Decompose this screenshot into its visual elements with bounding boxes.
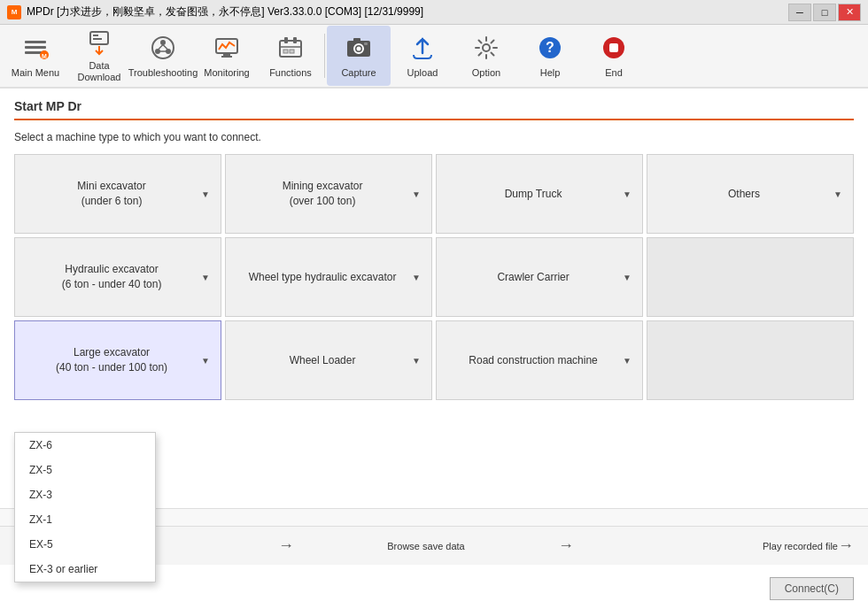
svg-rect-7 (93, 38, 102, 40)
machine-cell-large-excavator[interactable]: Large excavator(40 ton - under 100 ton) … (14, 320, 221, 400)
toolbar-data-download[interactable]: Data Download (67, 26, 131, 86)
svg-rect-1 (25, 46, 46, 49)
hydraulic-excavator-arrow: ▼ (201, 273, 210, 282)
machine-cell-mini-excavator[interactable]: Mini excavator(under 6 ton) ▼ (14, 154, 221, 234)
machine-cell-wheel-loader[interactable]: Wheel Loader ▼ (225, 320, 432, 400)
toolbar-functions[interactable]: Functions (259, 26, 322, 86)
workflow-play-recorded-label: Play recorded file (763, 541, 838, 551)
machine-cell-road-construction[interactable]: Road construction machine ▼ (436, 320, 643, 400)
window-title: MPDr [力求进步，刚毅坚卓，发奋图强，永不停息] Ver3.33.0.0 [… (27, 4, 423, 19)
wheel-loader-arrow: ▼ (412, 356, 421, 366)
svg-line-12 (159, 45, 163, 50)
svg-rect-23 (290, 50, 294, 53)
toolbar: M Main Menu Data Download (0, 25, 868, 89)
dropdown-item-zx1[interactable]: ZX-1 (15, 507, 155, 532)
main-menu-icon: M (19, 32, 51, 64)
dump-truck-arrow: ▼ (623, 189, 632, 199)
dropdown-item-zx6[interactable]: ZX-6 (15, 433, 155, 458)
toolbar-end[interactable]: End (582, 26, 646, 86)
machine-cell-hydraulic-excavator[interactable]: Hydraulic excavator(6 ton - under 40 ton… (14, 237, 221, 317)
toolbar-troubleshooting[interactable]: Troubleshooting (131, 26, 195, 86)
road-construction-label: Road construction machine (447, 353, 619, 368)
help-icon: ? (534, 32, 566, 64)
hydraulic-excavator-label: Hydraulic excavator(6 ton - under 40 ton… (26, 262, 198, 292)
svg-rect-27 (353, 38, 360, 42)
machine-cell-empty2 (647, 320, 854, 400)
option-icon (470, 32, 502, 64)
toolbar-main-menu[interactable]: M Main Menu (4, 26, 67, 86)
svg-rect-33 (609, 43, 618, 52)
monitoring-icon (211, 32, 243, 64)
toolbar-upload-label: Upload (407, 67, 438, 79)
machine-cell-wheel-type-hydraulic[interactable]: Wheel type hydraulic excavator ▼ (225, 237, 432, 317)
toolbar-troubleshooting-label: Troubleshooting (128, 67, 198, 79)
toolbar-capture[interactable]: Capture (327, 26, 391, 86)
road-construction-arrow: ▼ (623, 356, 632, 366)
svg-text:?: ? (546, 40, 554, 55)
toolbar-help[interactable]: ? Help (518, 26, 582, 86)
dropdown-item-ex3-earlier[interactable]: EX-3 or earlier (15, 557, 155, 582)
toolbar-monitoring[interactable]: Monitoring (195, 26, 259, 86)
svg-rect-0 (25, 41, 46, 43)
mining-excavator-label: Mining excavator(over 100 ton) (236, 179, 408, 209)
workflow-browse-save[interactable]: Browse save data (294, 541, 558, 551)
window-controls: ─ □ ✕ (788, 4, 861, 21)
toolbar-data-download-label: Data Download (71, 60, 128, 83)
large-excavator-label: Large excavator(40 ton - under 100 ton) (26, 345, 198, 375)
crawler-carrier-label: Crawler Carrier (447, 270, 619, 285)
svg-rect-28 (364, 42, 368, 45)
machine-cell-dump-truck[interactable]: Dump Truck ▼ (436, 154, 643, 234)
others-label: Others (658, 187, 830, 202)
toolbar-option-label: Option (472, 67, 500, 79)
data-download-icon (83, 28, 115, 57)
connect-button[interactable]: Connect(C) (770, 577, 854, 600)
others-arrow: ▼ (833, 189, 842, 199)
dump-truck-label: Dump Truck (447, 187, 619, 202)
svg-point-9 (160, 40, 166, 45)
toolbar-functions-label: Functions (269, 67, 312, 79)
instruction-text: Select a machine type to which you want … (14, 131, 854, 143)
machine-cell-empty1 (647, 237, 854, 317)
svg-rect-18 (280, 41, 301, 57)
toolbar-upload[interactable]: Upload (391, 26, 454, 86)
machine-cell-mining-excavator[interactable]: Mining excavator(over 100 ton) ▼ (225, 154, 432, 234)
wheel-loader-label: Wheel Loader (236, 353, 408, 368)
toolbar-end-label: End (605, 67, 623, 79)
large-excavator-arrow: ▼ (201, 356, 210, 366)
section-title: Start MP Dr (14, 99, 854, 120)
svg-rect-22 (283, 50, 288, 53)
toolbar-monitoring-label: Monitoring (204, 67, 249, 79)
workflow-arrow-3: → (838, 536, 854, 555)
wheel-type-hydraulic-label: Wheel type hydraulic excavator (236, 270, 408, 285)
svg-line-13 (163, 45, 167, 50)
workflow-arrow-2: → (558, 536, 574, 555)
toolbar-main-menu-label: Main Menu (12, 67, 59, 79)
svg-rect-20 (293, 37, 297, 43)
mini-excavator-label: Mini excavator(under 6 ton) (26, 179, 198, 209)
svg-point-26 (357, 47, 361, 51)
dropdown-item-zx5[interactable]: ZX-5 (15, 458, 155, 482)
toolbar-capture-label: Capture (341, 67, 376, 79)
svg-rect-16 (223, 53, 230, 56)
machine-cell-others[interactable]: Others ▼ (647, 154, 854, 234)
svg-rect-17 (221, 56, 232, 58)
toolbar-help-label: Help (540, 67, 561, 79)
close-button[interactable]: ✕ (838, 4, 861, 21)
wheel-type-hydraulic-arrow: ▼ (412, 273, 421, 282)
dropdown-menu: ZX-6 ZX-5 ZX-3 ZX-1 EX-5 EX-3 or earlier (14, 432, 156, 582)
svg-point-29 (483, 44, 490, 51)
dropdown-item-zx3[interactable]: ZX-3 (15, 482, 155, 507)
toolbar-option[interactable]: Option (454, 26, 518, 86)
maximize-button[interactable]: □ (813, 4, 836, 21)
upload-icon (407, 32, 438, 64)
workflow-play-recorded[interactable]: Play recorded file (574, 541, 838, 551)
app-icon: M (7, 5, 21, 19)
troubleshooting-icon (147, 32, 179, 64)
svg-rect-19 (284, 37, 288, 43)
functions-icon (275, 32, 306, 64)
machine-cell-crawler-carrier[interactable]: Crawler Carrier ▼ (436, 237, 643, 317)
minimize-button[interactable]: ─ (788, 4, 811, 21)
mining-excavator-arrow: ▼ (412, 189, 421, 199)
dropdown-item-ex5[interactable]: EX-5 (15, 532, 155, 557)
workflow-browse-save-label: Browse save data (387, 541, 464, 551)
